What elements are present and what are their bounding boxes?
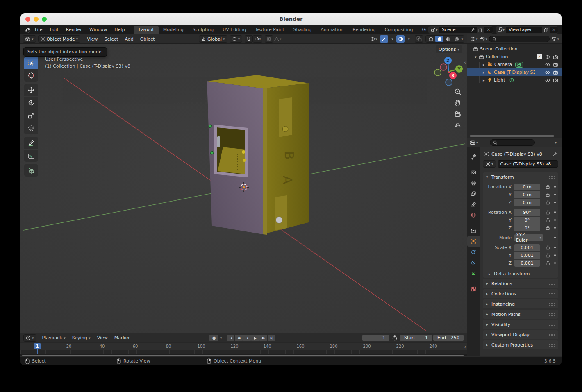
play-reverse-button[interactable]: ◀ — [243, 335, 251, 341]
animate-dot[interactable] — [554, 186, 556, 188]
tool-move[interactable] — [24, 84, 38, 96]
gizmo-axis-x-neg[interactable] — [440, 64, 447, 70]
outliner-row-camera[interactable]: ▸ Camera — [467, 61, 562, 68]
location-z-field[interactable]: 0 m — [514, 199, 540, 206]
menu-playback[interactable]: Playback ▾ — [39, 335, 69, 340]
panel-grip[interactable] — [549, 323, 555, 326]
remove-viewlayer-icon[interactable]: × — [550, 27, 558, 32]
snap-target-dropdown[interactable]: ▾ — [253, 35, 262, 43]
shading-material-button[interactable] — [444, 36, 452, 42]
outliner-row-light[interactable]: ▸ Light — [467, 76, 562, 84]
tab-modeling[interactable]: Modeling — [159, 26, 188, 34]
region-collapse-icon[interactable]: ‹ — [464, 59, 466, 66]
pan-icon[interactable] — [453, 99, 462, 108]
camera-view-icon[interactable] — [453, 110, 462, 119]
object-id-icon-button[interactable]: ▾ — [483, 160, 496, 168]
gizmo-axis-z-neg[interactable] — [446, 79, 452, 86]
rotation-x-field[interactable]: 90° — [514, 209, 540, 216]
show-overlays-toggle[interactable] — [396, 35, 405, 43]
disable-render-icon[interactable] — [553, 78, 558, 83]
exclude-checkbox[interactable]: ✓ — [537, 54, 542, 59]
transform-panel-header[interactable]: ▾ Transform — [483, 172, 558, 181]
current-frame-field[interactable]: 1 — [362, 335, 389, 341]
case-object[interactable]: B A — [207, 75, 309, 235]
auto-key-button[interactable]: ● — [209, 335, 218, 341]
overlays-dropdown[interactable]: ▾ — [405, 35, 413, 43]
navigation-gizmo[interactable]: Z Y X — [432, 55, 465, 88]
lock-icon[interactable] — [546, 192, 550, 197]
timeline-track[interactable] — [20, 350, 467, 354]
tab-texture-paint[interactable]: Texture Paint — [251, 26, 289, 34]
rotation-z-field[interactable]: 0° — [514, 224, 540, 231]
hide-eye-icon[interactable] — [545, 78, 550, 83]
disclosure-closed-icon[interactable]: ▸ — [483, 70, 486, 75]
animate-dot[interactable] — [554, 227, 556, 229]
lock-icon[interactable] — [546, 253, 550, 258]
proportional-falloff-dropdown[interactable]: ▾ — [273, 35, 282, 43]
scene-selector[interactable]: ▾ Scene × — [428, 26, 493, 34]
tool-tweak-select[interactable] — [24, 57, 38, 69]
tool-rotate[interactable] — [24, 97, 38, 109]
use-preview-range-icon[interactable] — [392, 335, 398, 341]
options-button[interactable]: Options ▾ — [436, 45, 462, 53]
animate-dot[interactable] — [554, 262, 556, 264]
disable-render-icon[interactable] — [553, 54, 558, 59]
location-x-field[interactable]: 0 m — [514, 184, 540, 190]
show-gizmo-toggle[interactable] — [380, 35, 388, 43]
panel-grip[interactable] — [549, 313, 555, 316]
tab-layout[interactable]: Layout — [134, 26, 158, 34]
menu-help[interactable]: Help — [111, 25, 128, 34]
menu-file[interactable]: File — [31, 25, 46, 34]
panel-viewport-display[interactable]: ▸Viewport Display — [483, 330, 558, 339]
hide-eye-icon[interactable] — [545, 70, 550, 75]
tab-rendering[interactable]: Rendering — [348, 26, 380, 34]
tab-physics[interactable] — [467, 247, 480, 257]
zoom-icon[interactable] — [453, 88, 462, 97]
rotation-y-field[interactable]: 0° — [514, 217, 540, 224]
hide-eye-icon[interactable] — [545, 62, 550, 67]
panel-grip[interactable] — [549, 303, 555, 306]
panel-collections[interactable]: ▸Collections — [483, 289, 558, 298]
tab-collection[interactable] — [467, 225, 480, 236]
pin-icon[interactable] — [471, 27, 475, 32]
new-scene-icon[interactable] — [477, 27, 484, 33]
panel-grip[interactable] — [549, 176, 555, 179]
panel-visibility[interactable]: ▸Visibility — [483, 320, 558, 329]
lock-icon[interactable] — [546, 261, 550, 265]
end-frame-field[interactable]: End 250 — [433, 335, 464, 341]
region-collapse-icon[interactable]: ‹ — [464, 344, 466, 350]
gizmo-dropdown[interactable]: ▾ — [388, 35, 396, 43]
scene-icon[interactable]: ▾ — [429, 27, 439, 33]
3d-viewport-canvas[interactable]: B A — [20, 44, 467, 333]
tool-annotate[interactable] — [24, 137, 38, 149]
disable-render-icon[interactable] — [553, 62, 558, 67]
disclosure-closed-icon[interactable]: ▸ — [483, 63, 486, 67]
tab-texture[interactable] — [467, 283, 480, 294]
tab-tool[interactable] — [467, 152, 480, 162]
tab-constraints[interactable] — [467, 257, 480, 268]
next-keyframe-button[interactable]: ◆▶ — [259, 335, 267, 341]
tab-scene[interactable] — [467, 199, 480, 210]
lock-icon[interactable] — [546, 184, 550, 189]
animate-dot[interactable] — [554, 254, 556, 256]
disclosure-closed-icon[interactable]: ▸ — [483, 78, 486, 82]
animate-dot[interactable] — [554, 211, 556, 213]
mode-dropdown[interactable]: Object Mode ▾ — [38, 35, 81, 43]
menu-window[interactable]: Window — [86, 25, 111, 34]
panel-grip[interactable] — [549, 333, 555, 336]
menu-render[interactable]: Render — [62, 25, 86, 34]
filter-icon[interactable]: ▾ — [551, 36, 559, 41]
scene-name[interactable]: Scene — [439, 27, 471, 32]
properties-search-input[interactable] — [490, 139, 535, 146]
animate-dot[interactable] — [554, 219, 556, 221]
viewlayer-icon[interactable]: ▾ — [496, 27, 507, 33]
viewlayer-selector[interactable]: ▾ ViewLayer × — [496, 26, 559, 34]
gizmo-axis-y-neg[interactable] — [434, 69, 441, 76]
panel-motion-paths[interactable]: ▸Motion Paths — [483, 310, 558, 319]
tool-transform[interactable] — [24, 122, 38, 134]
shading-dropdown[interactable]: ▾ — [461, 37, 463, 41]
panel-custom-properties[interactable]: ▸Custom Properties — [483, 340, 558, 349]
light-data-icon[interactable] — [509, 77, 514, 83]
lock-icon[interactable] — [546, 225, 550, 230]
animate-dot[interactable] — [554, 237, 556, 238]
